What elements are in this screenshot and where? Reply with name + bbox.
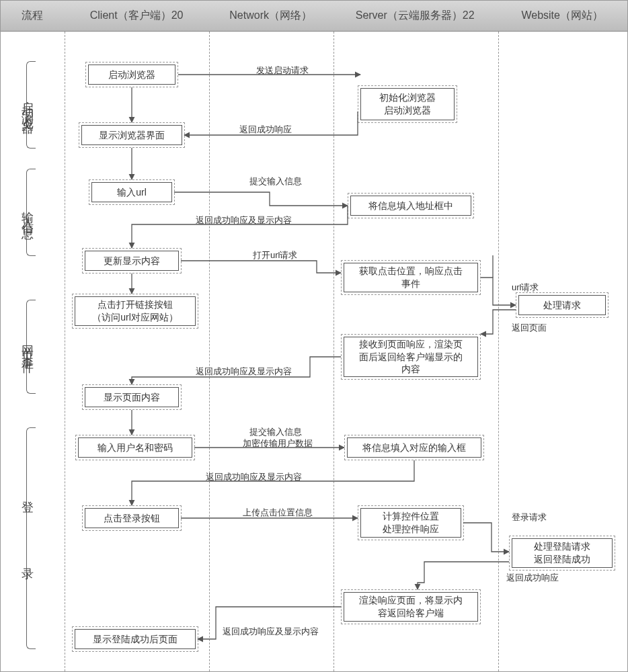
node-c1: 启动浏览器 (88, 65, 175, 85)
msg-m3: 提交输入信息 (249, 175, 302, 187)
lane-divider-2 (209, 32, 210, 671)
node-s1: 初始化浏览器 启动浏览器 (360, 88, 455, 120)
node-c9: 显示登陆成功后页面 (75, 629, 196, 649)
node-c4: 更新显示内容 (85, 251, 179, 271)
msg-m7: 返回页面 (512, 322, 547, 334)
lane-divider-3 (333, 32, 334, 671)
msg-m10: 返回成功响应及显示内容 (206, 471, 302, 483)
node-c2: 显示浏览器界面 (81, 125, 182, 145)
col-client: Client（客户端）20 (65, 1, 209, 31)
diagram-canvas: 流程 Client（客户端）20 Network（网络） Server（云端服务… (0, 0, 628, 672)
lane-divider-1 (65, 32, 65, 671)
msg-m9a: 提交输入信息 (249, 426, 302, 438)
msg-m9b: 加密传输用户数据 (243, 437, 313, 450)
phase-login: 登 录 (19, 491, 36, 585)
node-c7: 输入用户名和密码 (78, 437, 192, 458)
node-s3: 将信息填入地址框中 (350, 196, 471, 216)
msg-m13: 返回成功响应 (506, 572, 559, 584)
phase-page-event: 网页事件 (19, 336, 36, 358)
col-server: Server（云端服务器）22 (333, 1, 497, 31)
phase-start-browser: 启动浏览器 (19, 91, 36, 118)
node-c6: 显示页面内容 (85, 387, 179, 407)
msg-m11: 上传点击位置信息 (243, 507, 313, 519)
col-network: Network（网络） (208, 1, 333, 31)
node-w2: 处理登陆请求 返回登陆成功 (512, 538, 613, 568)
node-c5: 点击打开链接按钮 （访问url对应网站） (75, 296, 196, 326)
msg-m12: 登录请求 (512, 511, 547, 523)
msg-m2: 返回成功响应 (239, 124, 292, 136)
node-c3: 输入url (91, 182, 172, 202)
msg-m8: 返回成功响应及显示内容 (196, 366, 292, 378)
node-s9: 渲染响应页面，将显示内 容返回给客户端 (344, 592, 478, 622)
col-process: 流程 (1, 1, 65, 31)
msg-m4: 返回成功响应及显示内容 (196, 214, 292, 226)
node-c8: 点击登录按钮 (85, 508, 179, 528)
msg-m6: url请求 (512, 282, 539, 294)
node-s7: 将信息填入对应的输入框 (347, 437, 481, 458)
col-website: Website（网站） (497, 1, 627, 31)
lane-divider-4 (498, 32, 499, 671)
node-s8: 计算控件位置 处理控件响应 (360, 508, 461, 538)
phase-input-info: 输入信息 (19, 202, 36, 223)
node-s4: 获取点击位置，响应点击 事件 (344, 263, 478, 292)
msg-m14: 返回成功响应及显示内容 (223, 626, 319, 638)
swimlane-header: 流程 Client（客户端）20 Network（网络） Server（云端服务… (1, 1, 627, 32)
msg-m5: 打开url请求 (253, 249, 297, 261)
node-s5: 接收到页面响应，渲染页 面后返回给客户端显示的 内容 (344, 337, 478, 377)
msg-m1: 发送启动请求 (256, 65, 309, 77)
node-w1: 处理请求 (518, 295, 606, 315)
